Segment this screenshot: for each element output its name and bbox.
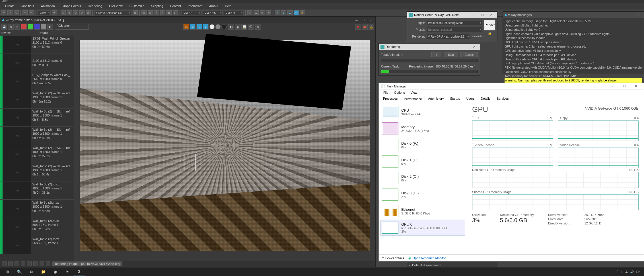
tg-icon[interactable]: ✈ <box>61 268 73 275</box>
grey-ball-icon[interactable] <box>215 24 221 29</box>
tm-min-icon[interactable]: — <box>607 83 619 89</box>
tab-vmpp26[interactable]: VMPP26 <box>203 10 223 15</box>
tm-menu-file[interactable]: File <box>380 91 391 94</box>
tm-tab-services[interactable]: Services <box>493 95 512 102</box>
history-row[interactable]: imgWall_for3d (2).max1000 x 1300, frame … <box>0 181 74 200</box>
log-close-icon[interactable]: ✕ <box>633 12 642 18</box>
maximize-icon[interactable]: ☐ <box>361 17 367 23</box>
black-ball-icon[interactable] <box>221 24 227 29</box>
history-row[interactable]: imgWall_for3d (2) — SU — ref1900 x 1800,… <box>0 90 74 109</box>
history-row[interactable]: img13-09_Wall_Prihol_Grey.m2100 x 1512, … <box>0 36 74 54</box>
save-file-link[interactable]: Save File <box>472 35 482 38</box>
view-mode-dropdown[interactable]: View <box>38 10 51 15</box>
fewer-details-link[interactable]: Fewer details <box>382 256 404 260</box>
scale-icon[interactable]: ⤢ <box>79 10 85 15</box>
menu-create[interactable]: Create <box>2 4 18 8</box>
info-icon[interactable]: ⓘ <box>248 24 254 30</box>
menu-animation[interactable]: Animation <box>38 4 58 8</box>
spinner-icon[interactable]: ⟲ <box>266 10 271 15</box>
tm-card-ethernet[interactable]: EthernetS: 32.0 R: 80.0 Kbps <box>380 203 465 219</box>
history-row[interactable]: imgWall_for3d (2) — SU — ref1900 x 1800,… <box>0 163 74 181</box>
tray-up-icon[interactable]: ˄ <box>616 270 618 274</box>
rd-close-icon[interactable]: ✕ <box>470 44 478 50</box>
log-title-bar[interactable]: ◆ V-Ray messages —☐✕ <box>503 12 644 18</box>
menu-customize[interactable]: Customize <box>126 4 148 8</box>
cc-icon[interactable]: ◧ <box>228 24 234 30</box>
place-icon[interactable]: ◉ <box>86 10 91 15</box>
s8-icon[interactable] <box>46 261 50 266</box>
tm-graph-video-decode[interactable]: Video Decode0% <box>558 143 639 168</box>
mono-icon[interactable]: ◐ <box>47 24 53 30</box>
z-axis-icon[interactable]: Z <box>287 10 293 15</box>
mat-icon[interactable]: ◐ <box>173 10 178 15</box>
tm-card-gpu-0[interactable]: GPU 0NVIDIA GeForce GTX 1060 6GB3% <box>380 220 465 236</box>
mirror-icon[interactable]: ⧈ <box>141 10 147 15</box>
search-icon[interactable]: 🔍 <box>14 268 25 275</box>
align-icon[interactable]: ▤ <box>148 10 153 15</box>
tm-tab-details[interactable]: Details <box>478 95 494 102</box>
tm-close-icon[interactable]: ✕ <box>630 83 641 89</box>
history-row[interactable]: imgWall_for3d (2) — SU — ref1900 x 1800,… <box>0 109 74 127</box>
xy-axis-icon[interactable]: XY <box>294 10 299 15</box>
rs-close-icon[interactable]: ✕ <box>487 12 495 18</box>
move-icon[interactable]: ✥ <box>67 10 72 15</box>
stop-button[interactable]: Stop <box>444 52 458 57</box>
ss-new-icon[interactable]: ▦ <box>133 10 138 15</box>
stop-render-icon[interactable]: ⏹ <box>355 24 361 30</box>
redo-icon[interactable]: ↷ <box>7 10 13 15</box>
s4-icon[interactable] <box>21 261 25 266</box>
follow-icon[interactable]: ▸ <box>203 24 209 30</box>
settings-icon[interactable]: ⚙ <box>255 24 261 30</box>
history-row[interactable]: img2100 x 1512, frame 00h 0m 0.0s <box>0 54 74 72</box>
tm-tab-performance[interactable]: Performance <box>401 96 425 102</box>
minimize-icon[interactable]: — <box>354 17 360 23</box>
tm-graph-copy[interactable]: Copy0% <box>558 116 639 141</box>
tray-vol-icon[interactable]: 🔊 <box>630 270 634 274</box>
s2-icon[interactable] <box>8 261 13 266</box>
start-icon[interactable]: ⊞ <box>2 268 13 275</box>
s1-icon[interactable] <box>2 261 7 266</box>
history-row[interactable]: imgWall_for3d (2).max568 x 739, frame 1 <box>0 236 74 254</box>
tm-card-disk-1--e--[interactable]: Disk 1 (E:)0% <box>380 154 465 169</box>
tm-tab-users[interactable]: Users <box>463 95 478 102</box>
pause-button[interactable]: ‖ <box>431 52 441 57</box>
dedi-graph[interactable] <box>472 172 639 188</box>
vfb-render-view[interactable] <box>74 30 375 261</box>
blue-channel-icon[interactable] <box>34 24 40 30</box>
track-icon[interactable]: ◎ <box>190 24 196 30</box>
red-channel-icon[interactable] <box>21 24 27 30</box>
tab-vmpp[interactable]: VMPP <box>182 10 201 15</box>
history-row[interactable]: imgWall_for3d (2) — SU — ref1900 x 1800,… <box>0 145 74 163</box>
menu-interactive[interactable]: Interactive <box>184 4 206 8</box>
tm-graph-video-encode[interactable]: Video Encode0% <box>472 143 553 168</box>
render-last-icon[interactable]: 🫖 <box>362 24 368 30</box>
vfb-title-bar[interactable]: ◆ V-Ray frame buffer - [50% of 2100 x 15… <box>0 17 375 23</box>
lens-icon[interactable]: ◉ <box>235 24 240 30</box>
renderer-dropdown[interactable]: V-Ray GPU Next, update 2.1 <box>427 34 470 39</box>
target-dropdown[interactable]: Production Rendering Mode <box>427 20 482 25</box>
history-row[interactable]: imgWall_for3d (2).max1000 x 1300, frame … <box>0 200 74 218</box>
tm-tab-app-history[interactable]: App history <box>425 95 447 102</box>
lock-view-icon[interactable]: 🔒 <box>369 24 374 30</box>
tm-card-cpu[interactable]: CPU96% 3.47 GHz <box>380 104 465 120</box>
menu-rendering[interactable]: Rendering <box>84 4 106 8</box>
preset-dropdown[interactable]: No preset selected <box>427 27 482 32</box>
layers-icon[interactable]: ≡ <box>154 10 159 15</box>
link-view-icon[interactable]: ⟐ <box>196 24 202 30</box>
log-min-icon[interactable]: — <box>616 12 625 18</box>
percent-icon[interactable]: % <box>260 10 265 15</box>
s5-icon[interactable] <box>27 261 32 266</box>
tab-vmpp4[interactable]: VMPP4 <box>224 10 244 15</box>
x-axis-icon[interactable]: X <box>275 10 280 15</box>
link-icon[interactable]: ⟲ <box>14 10 19 15</box>
unlink-icon[interactable]: ⚮ <box>29 10 34 15</box>
selection-set-dropdown[interactable]: Create Selection Se <box>94 10 131 15</box>
angle-icon[interactable]: ∡ <box>254 10 259 15</box>
tm-tab-processes[interactable]: Processes <box>380 95 401 102</box>
tm-card-disk-3--d--[interactable]: Disk 3 (D:)2% <box>380 187 465 203</box>
tray-net-icon[interactable]: 🖧 <box>625 270 628 273</box>
tm-card-disk-2--c--[interactable]: Disk 2 (C:)0% <box>380 170 465 186</box>
history-row[interactable]: imgWall_for3d (2) — SU — ref1900 x 1800,… <box>0 127 74 145</box>
clear-icon[interactable]: ✕ <box>15 24 20 30</box>
tm-title-bar[interactable]: 📊 Task Manager —☐✕ <box>379 83 644 90</box>
